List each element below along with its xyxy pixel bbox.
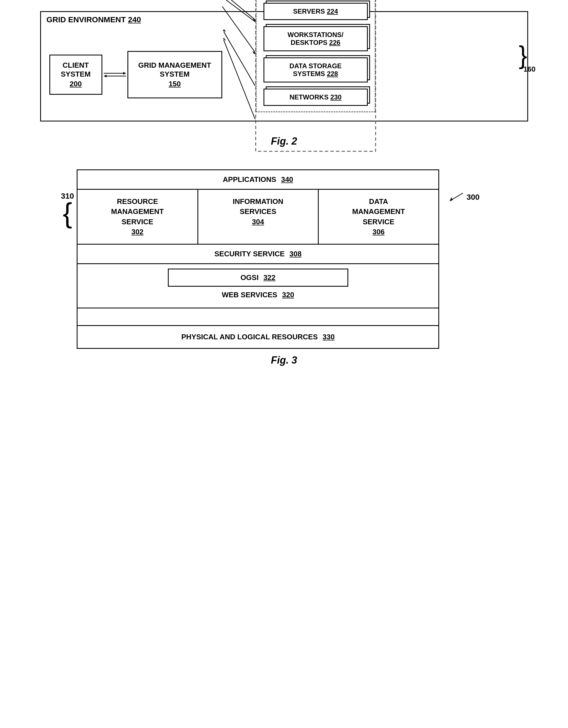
ogsi-webservices-area: OGSI 322 WEB SERVICES 320 <box>77 264 438 308</box>
service-cell-resource-mgmt: RESOURCEMANAGEMENTSERVICE302 <box>77 190 198 244</box>
security-row: SECURITY SERVICE 308 <box>77 245 438 264</box>
label-300-arrow: 300 <box>448 192 480 203</box>
fig2-container: GRID ENVIRONMENT 240 CLIENTSYSTEM 200 <box>33 11 535 147</box>
fig2-caption: Fig. 2 <box>271 135 297 147</box>
svg-line-9 <box>222 6 255 52</box>
servers-box: SERVERS 224 <box>263 3 368 20</box>
brace-310-area: 310 { <box>61 169 74 227</box>
servers-num: 224 <box>327 8 338 15</box>
fig3-diagram: APPLICATIONS 340 RESOURCEMANAGEMENTSERVI… <box>77 169 439 349</box>
svg-line-13 <box>223 40 255 119</box>
client-system-label: CLIENTSYSTEM <box>61 61 91 78</box>
dms-num: 306 <box>373 228 385 236</box>
label-300-area: 300 <box>448 169 480 203</box>
svg-marker-3 <box>104 75 106 77</box>
service-cell-data-mgmt: DATAMANAGEMENTSERVICE306 <box>319 190 438 244</box>
service-cell-info-services: INFORMATIONSERVICES304 <box>198 190 319 244</box>
grid-env-label: GRID ENVIRONMENT 240 <box>47 15 141 24</box>
workstations-stacked: WORKSTATIONS/DESKTOPS 226 <box>263 26 368 51</box>
svg-line-11 <box>223 31 255 86</box>
svg-marker-1 <box>123 72 126 75</box>
dashed-resource-box: CLUSTERS 222 SERVERS 224 WORKSTATIONS/DE… <box>256 0 376 112</box>
client-system-box: CLIENTSYSTEM 200 <box>49 55 102 94</box>
security-num: 308 <box>290 250 302 258</box>
web-services-label-row: WEB SERVICES 320 <box>77 287 438 303</box>
networks-box: NETWORKS 230 <box>263 89 368 106</box>
web-services-num: 320 <box>282 291 294 299</box>
grid-env-num: 240 <box>128 15 141 24</box>
is-num: 304 <box>252 218 264 226</box>
brace-160-symbol: } <box>519 43 527 68</box>
gms-box: GRID MANAGEMENTSYSTEM 150 <box>127 51 222 98</box>
apps-num: 340 <box>281 175 293 184</box>
servers-stacked: SERVERS 224 <box>263 3 368 20</box>
gms-label: GRID MANAGEMENTSYSTEM <box>138 61 211 78</box>
apps-label: APPLICATIONS <box>223 175 276 184</box>
label-300: 300 <box>467 193 480 202</box>
gms-num: 150 <box>169 80 181 88</box>
svg-line-17 <box>223 0 255 22</box>
physical-num: 330 <box>323 333 335 341</box>
fig3-outer-wrapper: 310 { APPLICATIONS 340 RESOURCEMANAGEMEN… <box>61 169 507 349</box>
datastorage-box: DATA STORAGESYSTEMS 228 <box>263 57 368 82</box>
svg-marker-20 <box>450 197 453 201</box>
ogsi-row: OGSI 322 <box>77 264 438 287</box>
networks-stacked: NETWORKS 230 <box>263 89 368 106</box>
brace-310-symbol: { <box>63 199 72 227</box>
workstations-num: 226 <box>329 39 341 46</box>
datastorage-stacked: DATA STORAGESYSTEMS 228 <box>263 57 368 82</box>
client-system-num: 200 <box>70 80 82 88</box>
apps-row: APPLICATIONS 340 <box>77 170 438 190</box>
client-gms-arrow <box>102 70 127 79</box>
fig3-container: 310 { APPLICATIONS 340 RESOURCEMANAGEMEN… <box>33 169 535 366</box>
ogsi-box: OGSI 322 <box>168 269 348 287</box>
web-services-label: WEB SERVICES <box>222 291 277 299</box>
physical-row: PHYSICAL AND LOGICAL RESOURCES 330 <box>77 325 438 348</box>
workstations-box: WORKSTATIONS/DESKTOPS 226 <box>263 26 368 51</box>
networks-num: 230 <box>331 93 342 101</box>
fig2-diagram: GRID ENVIRONMENT 240 CLIENTSYSTEM 200 <box>40 11 528 121</box>
fig3-caption: Fig. 3 <box>271 354 297 366</box>
svg-marker-12 <box>223 29 226 32</box>
svg-line-7 <box>222 0 255 20</box>
ogsi-label: OGSI <box>240 273 258 282</box>
physical-label: PHYSICAL AND LOGICAL RESOURCES <box>181 333 318 341</box>
arrow-300-icon <box>448 192 464 203</box>
right-area: CLUSTERS 222 SERVERS 224 WORKSTATIONS/DE… <box>222 37 519 112</box>
security-label: SECURITY SERVICE <box>214 250 285 258</box>
services-row: RESOURCEMANAGEMENTSERVICE302 INFORMATION… <box>77 190 438 245</box>
rms-num: 302 <box>131 228 143 236</box>
ogsi-num: 322 <box>263 273 275 282</box>
spacer <box>77 308 438 325</box>
svg-marker-14 <box>223 38 226 41</box>
datastorage-num: 228 <box>327 70 338 77</box>
